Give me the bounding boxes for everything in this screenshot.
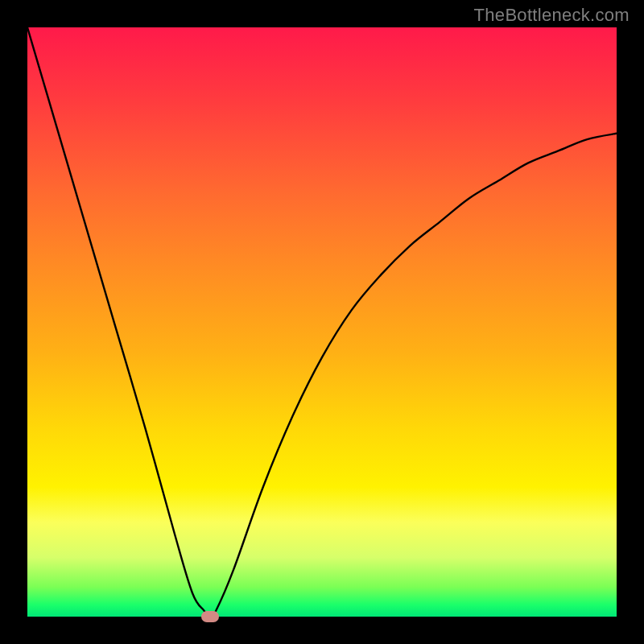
watermark-text: TheBottleneck.com <box>474 5 630 26</box>
plot-area <box>27 27 617 617</box>
bottleneck-curve <box>27 27 617 617</box>
minimum-marker <box>201 611 219 622</box>
curve-path <box>27 27 617 617</box>
chart-container: TheBottleneck.com <box>0 0 644 644</box>
